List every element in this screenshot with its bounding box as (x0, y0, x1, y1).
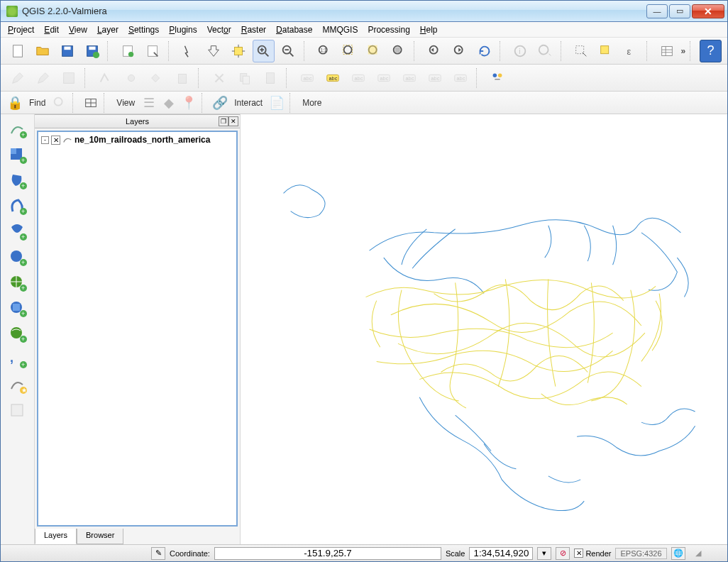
open-project-button[interactable] (31, 40, 53, 62)
tab-layers[interactable]: Layers (35, 529, 77, 544)
toolbar-overflow-1[interactable]: » (681, 46, 686, 56)
menu-edit[interactable]: Edit (44, 25, 59, 35)
pan-map-tool[interactable] (203, 40, 225, 62)
label-6-button[interactable]: abc (449, 67, 472, 89)
undock-panel-button[interactable]: ❐ (219, 116, 228, 126)
layer-tree[interactable]: - ✕ ne_10m_railroads_north_america (37, 131, 238, 527)
paste-button[interactable] (259, 67, 282, 89)
label-5-button[interactable]: abc (424, 67, 446, 89)
view-btn-1[interactable]: ☰ (140, 94, 158, 111)
add-feature-button[interactable] (94, 67, 117, 89)
interact-btn[interactable]: 📄 (268, 94, 285, 111)
find-zoom-button[interactable] (51, 94, 68, 111)
add-mssql-layer-button[interactable]: + (6, 221, 29, 243)
label-4-button[interactable]: abc (398, 67, 421, 89)
attribute-table-button[interactable] (656, 40, 678, 62)
render-checkbox-label[interactable]: ✕ Render (574, 549, 611, 558)
zoom-out-tool[interactable] (277, 40, 299, 62)
mapswipe-button[interactable] (486, 67, 509, 89)
add-wfs-layer-button[interactable]: + (6, 323, 29, 346)
maximize-button[interactable]: ▭ (669, 4, 690, 18)
crs-button[interactable]: 🌐 (671, 547, 685, 560)
add-csv-layer-button[interactable]: ,+ (6, 348, 29, 371)
save-as-button[interactable] (81, 40, 103, 62)
move-feature-button[interactable] (120, 67, 143, 89)
menu-settings[interactable]: Settings (128, 25, 159, 35)
table-button[interactable] (82, 94, 99, 111)
composer-manager-button[interactable] (142, 40, 164, 62)
scale-dropdown-button[interactable]: ▾ (537, 547, 551, 560)
save-project-button[interactable] (56, 40, 78, 62)
menu-raster[interactable]: Raster (241, 25, 266, 35)
tree-collapse-icon[interactable]: - (41, 136, 49, 144)
close-panel-button[interactable]: ✕ (228, 116, 238, 126)
add-wms-layer-button[interactable]: + (6, 272, 29, 294)
refresh-button[interactable] (473, 40, 495, 62)
render-checkbox[interactable]: ✕ (574, 549, 583, 558)
view-btn-3[interactable]: 📍 (180, 94, 197, 111)
link-icon[interactable]: 🔗 (211, 94, 228, 111)
label-2-button[interactable]: abc (347, 67, 370, 89)
pan-to-selection-tool[interactable] (228, 40, 250, 62)
menu-database[interactable]: Database (276, 25, 312, 35)
zoom-in-tool[interactable] (253, 40, 275, 62)
add-oracle-layer-button[interactable]: + (6, 246, 29, 269)
layer-tree-item[interactable]: - ✕ ne_10m_railroads_north_america (41, 135, 233, 145)
current-edits-button[interactable] (32, 67, 55, 89)
new-project-button[interactable] (6, 40, 28, 62)
crs-display[interactable]: EPSG:4326 (615, 548, 666, 559)
identify-tool[interactable]: i (509, 40, 531, 62)
select-tool[interactable] (570, 40, 592, 62)
minimize-button[interactable]: — (646, 4, 668, 18)
edit-toggle-button[interactable] (6, 67, 29, 89)
scale-input[interactable] (469, 547, 533, 560)
menu-vector[interactable]: Vector (207, 25, 231, 35)
close-button[interactable]: ✕ (692, 4, 724, 18)
menu-view[interactable]: View (69, 25, 87, 35)
remove-layer-button[interactable] (6, 400, 29, 422)
add-raster-layer-button[interactable]: + (6, 144, 29, 167)
menu-mmqgis[interactable]: MMQGIS (322, 25, 358, 35)
lock-icon[interactable]: 🔒 (6, 94, 23, 111)
label-1-button[interactable]: abc (296, 67, 319, 89)
menu-processing[interactable]: Processing (368, 25, 409, 35)
menu-layer[interactable]: Layer (97, 25, 118, 35)
zoom-selection-tool[interactable] (363, 40, 385, 62)
identify-dropdown[interactable] (534, 40, 556, 62)
add-spatialite-layer-button[interactable]: + (6, 195, 29, 218)
delete-selected-button[interactable] (171, 67, 194, 89)
deselect-tool[interactable] (595, 40, 617, 62)
new-composer-button[interactable] (117, 40, 139, 62)
label-3-button[interactable]: abc (373, 67, 395, 89)
menu-help[interactable]: Help (420, 25, 438, 35)
coordinate-input[interactable] (214, 547, 441, 560)
pan-tool[interactable] (178, 40, 200, 62)
zoom-next-tool[interactable] (448, 40, 470, 62)
layer-visibility-checkbox[interactable]: ✕ (51, 136, 60, 145)
toggle-extents-button[interactable]: ✎ (151, 547, 165, 560)
zoom-last-tool[interactable] (424, 40, 446, 62)
svg-rect-19 (395, 47, 399, 52)
cut-button[interactable] (208, 67, 231, 89)
add-wcs-layer-button[interactable]: + (6, 297, 29, 320)
map-canvas[interactable] (241, 114, 727, 544)
node-tool-button[interactable] (145, 67, 168, 89)
copy-button[interactable] (233, 67, 256, 89)
layers-panel: Layers ❐ ✕ - ✕ ne_10m_railroads_north_am… (35, 114, 241, 544)
add-postgis-layer-button[interactable]: + (6, 170, 29, 192)
view-btn-2[interactable]: ◆ (160, 94, 177, 111)
new-shapefile-button[interactable]: ★ (6, 374, 29, 397)
menu-project[interactable]: Project (8, 25, 34, 35)
save-edits-button[interactable] (57, 67, 80, 89)
zoom-full-tool[interactable] (338, 40, 360, 62)
zoom-layer-tool[interactable] (387, 40, 409, 62)
expression-select-tool[interactable]: ε (620, 40, 642, 62)
add-vector-layer-button[interactable]: + (6, 119, 29, 141)
more-label[interactable]: More (299, 98, 324, 108)
label-highlight-button[interactable]: abc (321, 67, 344, 89)
zoom-native-tool[interactable]: 1:1 (313, 40, 335, 62)
stop-render-button[interactable]: ⊘ (556, 547, 570, 560)
menu-plugins[interactable]: Plugins (169, 25, 197, 35)
tab-browser[interactable]: Browser (77, 529, 123, 544)
help-button[interactable]: ? (700, 40, 722, 62)
